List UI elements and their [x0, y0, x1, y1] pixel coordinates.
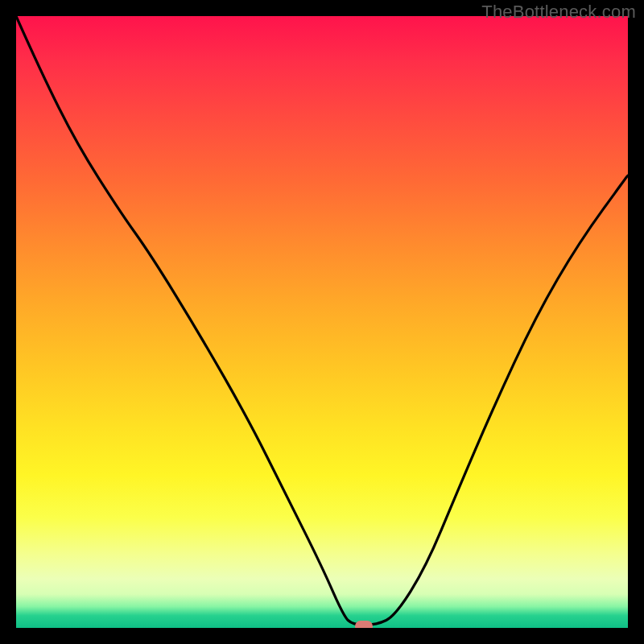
plot-area: [16, 16, 628, 628]
watermark-text: TheBottleneck.com: [481, 2, 636, 23]
optimal-point-marker: [355, 621, 373, 628]
bottleneck-curve: [16, 16, 628, 628]
chart-frame: TheBottleneck.com: [0, 0, 644, 644]
